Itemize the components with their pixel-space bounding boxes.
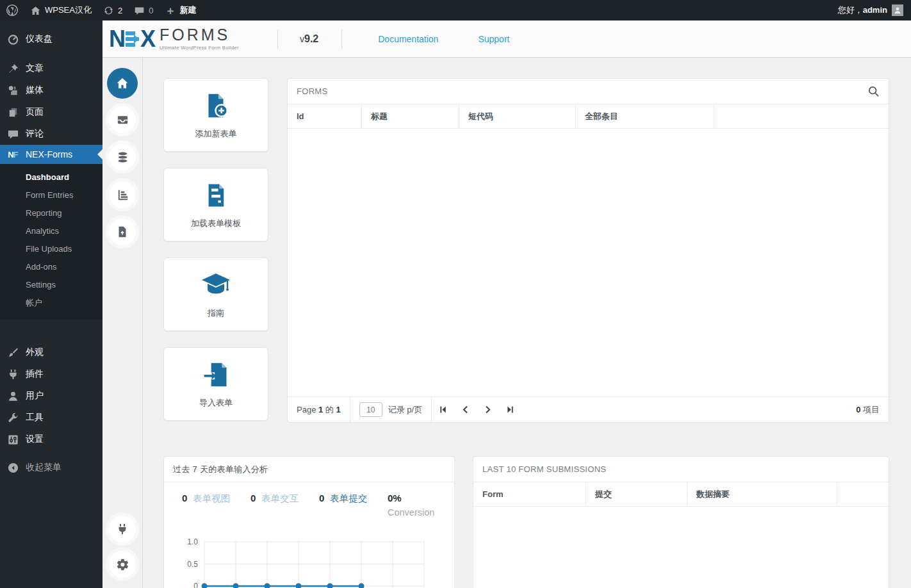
- submissions-panel-header: LAST 10 FORM SUBMISSIONS: [473, 457, 889, 482]
- last-page-button[interactable]: [505, 405, 515, 414]
- logo-tagline: Ultimate WordPress Form Builder: [160, 45, 239, 51]
- plus-icon: ＋: [165, 5, 176, 16]
- logo-e-arrow-icon: [126, 31, 139, 47]
- analytics-stats: 0 表单视图 0 表单交互 0 表单提交 0% Conversion: [164, 482, 454, 518]
- load-form-template-card[interactable]: 加载表单模板: [163, 168, 268, 241]
- stat-conversion: 0% Conversion: [388, 493, 434, 518]
- logo-forms-text: FORMS: [160, 27, 239, 43]
- new-label: 新建: [179, 4, 196, 16]
- comments-menu[interactable]: 0: [128, 0, 159, 20]
- sidebar-item-label: NEX-Forms: [26, 149, 72, 159]
- submenu-item-settings[interactable]: Settings: [0, 276, 103, 294]
- greeting-text: 您好，admin: [838, 4, 887, 16]
- nexforms-submenu: Dashboard Form Entries Reporting Analyti…: [0, 164, 103, 320]
- page: WPSEA汉化 2 0 ＋ 新建 您好，admin: [0, 0, 911, 588]
- next-page-button[interactable]: [483, 405, 493, 414]
- column-header-form[interactable]: Form: [473, 482, 586, 506]
- per-page-control: 记录 p/页: [350, 397, 432, 422]
- column-header-all-entries[interactable]: 全部条目: [576, 104, 714, 128]
- search-button[interactable]: [867, 85, 880, 97]
- wrench-icon: [6, 411, 19, 424]
- rail-home-button[interactable]: [107, 68, 138, 99]
- forms-pagination: Page 1 的 1 记录 p/页 0 项目: [288, 396, 889, 422]
- column-header-shortcode[interactable]: 短代码: [459, 104, 576, 128]
- sidebar-item-appearance[interactable]: 外观: [0, 341, 103, 363]
- sidebar-item-nexforms[interactable]: NF NEX-Forms: [0, 145, 103, 164]
- inbox-icon: [116, 113, 129, 127]
- documentation-link[interactable]: Documentation: [378, 34, 438, 44]
- site-link[interactable]: WPSEA汉化: [24, 0, 97, 20]
- sidebar-item-media[interactable]: 媒体: [0, 79, 103, 101]
- sidebar-item-tools[interactable]: 工具: [0, 407, 103, 429]
- sidebar-item-label: 文章: [26, 63, 44, 74]
- rail-database-button[interactable]: [109, 143, 136, 170]
- support-link[interactable]: Support: [478, 34, 509, 44]
- sidebar-item-collapse-menu[interactable]: 收起菜单: [0, 457, 103, 478]
- sidebar-item-users[interactable]: 用户: [0, 385, 103, 407]
- per-page-input[interactable]: [359, 402, 382, 417]
- updates-menu[interactable]: 2: [97, 0, 128, 20]
- submenu-item-account[interactable]: 帐户: [0, 294, 103, 312]
- column-header-submitted[interactable]: 提交: [586, 482, 687, 506]
- guide-card[interactable]: 指南: [163, 257, 268, 331]
- submenu-item-dashboard[interactable]: Dashboard: [0, 168, 103, 186]
- sidebar-item-dashboard[interactable]: 仪表盘: [0, 28, 103, 50]
- column-header-actions: [714, 104, 889, 128]
- rail-reports-button[interactable]: [109, 181, 136, 208]
- sidebar-item-settings[interactable]: 设置: [0, 429, 103, 450]
- svg-text:0.5: 0.5: [187, 560, 198, 569]
- submenu-item-reporting[interactable]: Reporting: [0, 204, 103, 222]
- gauge-icon: [6, 33, 19, 45]
- column-header-title[interactable]: 标题: [362, 104, 459, 128]
- submissions-table-header: Form 提交 数据摘要: [473, 482, 889, 507]
- column-header-data-summary[interactable]: 数据摘要: [687, 482, 837, 506]
- nexforms-icon-rail: [103, 58, 143, 588]
- rail-file-uploads-button[interactable]: [109, 218, 136, 245]
- sidebar-item-label: 插件: [26, 368, 44, 380]
- nexforms-logo-icon: NF: [6, 148, 19, 161]
- site-name: WPSEA汉化: [45, 4, 92, 16]
- column-header-id[interactable]: Id: [288, 104, 362, 128]
- gear-icon: [116, 558, 129, 571]
- import-form-card[interactable]: 导入表单: [163, 347, 268, 421]
- page-indicator: Page 1 的 1: [288, 397, 350, 422]
- column-header-actions: [837, 482, 889, 506]
- admin-bar-right: 您好，admin: [838, 4, 911, 16]
- collapse-icon: [6, 461, 19, 474]
- wp-logo-menu[interactable]: [0, 0, 24, 20]
- rail-settings-button[interactable]: [109, 551, 136, 578]
- card-label: 指南: [208, 307, 224, 319]
- nexforms-brand-logo: N X FORMS Ultimate WordPress Form Builde…: [103, 27, 239, 51]
- previous-page-button[interactable]: [461, 405, 470, 414]
- submenu-item-file-uploads[interactable]: File Uploads: [0, 240, 103, 258]
- version-label: v9.2: [300, 33, 318, 45]
- user-icon: [6, 389, 19, 402]
- sidebar-item-comments[interactable]: 评论: [0, 123, 103, 145]
- sidebar-item-label: 用户: [26, 390, 44, 402]
- first-page-button[interactable]: [438, 405, 448, 414]
- nexforms-header: N X FORMS Ultimate WordPress Form Builde…: [103, 20, 911, 58]
- submenu-item-form-entries[interactable]: Form Entries: [0, 186, 103, 204]
- comment-bubble-icon: [134, 5, 145, 16]
- sidebar-item-pages[interactable]: 页面: [0, 101, 103, 123]
- username[interactable]: admin: [863, 5, 887, 15]
- add-new-form-card[interactable]: 添加新表单: [163, 78, 268, 152]
- brush-icon: [6, 346, 19, 359]
- forms-table-body: [288, 129, 889, 396]
- rail-entries-button[interactable]: [109, 106, 136, 133]
- rail-addons-button[interactable]: [109, 516, 136, 543]
- pin-icon: [6, 62, 19, 75]
- stat-form-interactions: 0 表单交互: [250, 493, 319, 505]
- graduation-cap-icon: [201, 270, 231, 300]
- submenu-item-addons[interactable]: Add-ons: [0, 258, 103, 276]
- sidebar-item-plugins[interactable]: 插件: [0, 363, 103, 385]
- avatar[interactable]: [892, 4, 903, 16]
- new-content-menu[interactable]: ＋ 新建: [159, 0, 202, 20]
- database-icon: [116, 151, 129, 164]
- media-icon: [6, 84, 19, 97]
- analytics-panel: 过去 7 天的表单输入分析 0 表单视图 0 表单交互 0 表单提交 0% Co…: [163, 456, 455, 588]
- updates-icon: [103, 5, 114, 16]
- submenu-item-analytics[interactable]: Analytics: [0, 222, 103, 240]
- bar-chart-icon: [116, 188, 129, 202]
- sidebar-item-posts[interactable]: 文章: [0, 58, 103, 79]
